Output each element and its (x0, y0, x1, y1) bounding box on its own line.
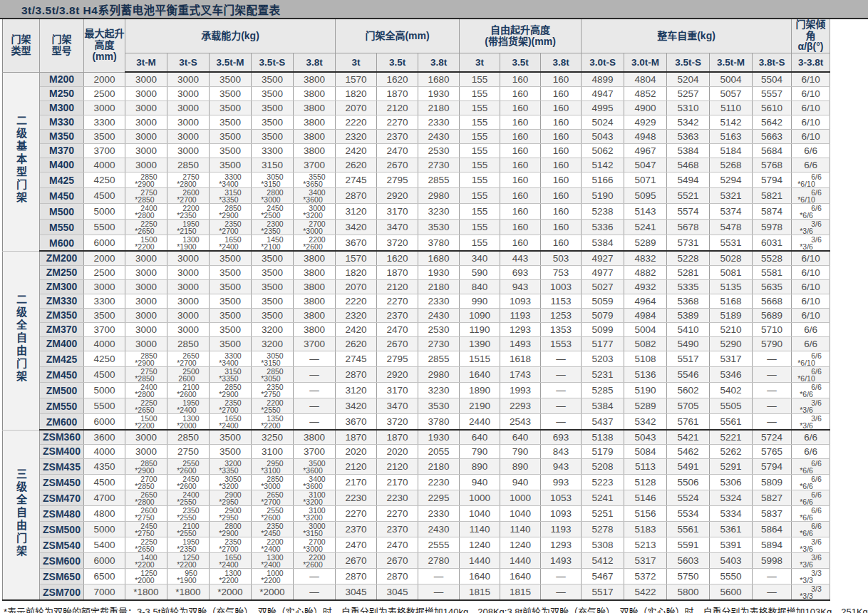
value-cell: 943 (541, 459, 582, 475)
value-cell: 3000 (125, 251, 167, 266)
value-cell: 1950*2150 (167, 220, 210, 235)
value-cell: 2400*2800 (125, 204, 167, 220)
value-cell: 3500 (252, 87, 294, 101)
value-cell: 5166 (582, 172, 624, 188)
value-cell: 155 (460, 130, 500, 144)
table-row: ZSM45045002700*28502450*26003050*3200285… (3, 475, 830, 490)
value-cell: 6/6 (792, 323, 830, 337)
value-cell: 940 (500, 475, 541, 490)
table-row: 二级基本型门架M20020003000300035003500380015701… (3, 72, 830, 87)
value-cell: 3000 (167, 101, 210, 115)
value-cell: 4000 (84, 158, 125, 172)
table-row: M350350030003000350035003800232023702430… (3, 130, 830, 144)
value-cell: 5213 (624, 537, 667, 553)
value-cell: — (541, 367, 582, 383)
value-cell: 2470 (377, 323, 418, 337)
value-cell: 2950*3100 (252, 459, 294, 475)
value-cell: 3500 (210, 323, 252, 337)
value-cell: 2670 (336, 553, 377, 569)
value-cell: 1040 (460, 506, 500, 522)
value-cell: 1400*2200 (125, 553, 167, 569)
value-cell: 1515 (460, 351, 500, 367)
value-cell: 4977 (582, 266, 624, 280)
value-cell: 2370 (377, 522, 418, 537)
value-cell: 2430 (418, 309, 460, 323)
value-cell: 5517 (667, 351, 710, 367)
value-cell: 3500 (252, 294, 294, 309)
subheader: 3.0t-M (624, 53, 667, 73)
value-cell: 2330 (418, 294, 460, 309)
value-cell: 3100*3200 (294, 506, 336, 522)
value-cell: 2220 (336, 115, 377, 130)
value-cell: 2180 (418, 280, 460, 294)
value-cell: 2120 (377, 101, 418, 115)
value-cell: 5278 (582, 522, 624, 537)
value-cell: 155 (460, 172, 500, 188)
value-cell: 5099 (582, 323, 624, 337)
value-cell: 5768 (753, 158, 792, 172)
value-cell: 5210 (710, 323, 753, 337)
value-cell: 1870 (377, 430, 418, 445)
value-cell: 5765 (753, 445, 792, 459)
value-cell: 5000 (84, 522, 125, 537)
value-cell: 3000 (167, 294, 210, 309)
value-cell: 2850*3050 (252, 367, 294, 383)
value-cell: 2400*2800 (125, 383, 167, 398)
value-cell: 3720 (377, 235, 418, 252)
value-cell: 1153 (541, 294, 582, 309)
mast-model: ZSM480 (40, 506, 84, 522)
value-cell: 5241 (582, 490, 624, 506)
value-cell: 5384 (582, 235, 624, 252)
value-cell: 2070 (336, 280, 377, 294)
value-cell: 2620 (336, 337, 377, 351)
value-cell: 6/10 (792, 72, 830, 87)
value-cell: 3470 (377, 398, 418, 414)
value-cell: 5321 (710, 188, 753, 204)
value-cell: 5223 (582, 475, 624, 490)
mast-model: ZM350 (40, 309, 84, 323)
value-cell: 5372 (624, 569, 667, 584)
footnote-line: *表示前轮为双胎的额定载重量；3-3.5t前轮为双胎（充气胎）、双胎（实心胎）时… (4, 606, 868, 613)
table-body: 二级基本型门架M20020003000300035003500380015701… (3, 72, 830, 600)
value-cell: 640 (460, 430, 500, 445)
value-cell: 155 (460, 204, 500, 220)
value-cell: 5062 (582, 144, 624, 158)
value-cell: 1650*2400 (210, 553, 252, 569)
value-cell: 890 (460, 459, 500, 475)
value-cell: 5184 (710, 144, 753, 158)
value-cell: 2170 (377, 475, 418, 490)
subheader: 3.8t-S (753, 53, 792, 73)
value-cell: 160 (541, 158, 582, 172)
value-cell: 2870 (336, 367, 377, 383)
value-cell: 3800 (294, 72, 336, 87)
table-row: M60060001500*22001300*19001650*24001450*… (3, 235, 830, 252)
value-cell: 5059 (582, 294, 624, 309)
value-cell: 3800 (294, 323, 336, 337)
value-cell: 3000 (167, 266, 210, 280)
value-cell: 2440 (460, 414, 500, 431)
value-cell: 1820 (336, 266, 377, 280)
value-cell: 1500*2200 (125, 235, 167, 252)
value-cell: 3120 (336, 383, 377, 398)
value-cell: 5591 (667, 537, 710, 553)
value-cell: 2170 (336, 475, 377, 490)
mast-model: ZM250 (40, 266, 84, 280)
mast-model: ZM400 (40, 337, 84, 351)
value-cell: 5750 (667, 569, 710, 584)
value-cell: 2190 (460, 398, 500, 414)
col-header-truck-weight: 整车自重(kg) (582, 19, 792, 53)
value-cell: 1930 (418, 266, 460, 280)
table-row: ZM35035003000300035003500380023202370243… (3, 309, 830, 323)
value-cell: 5635 (753, 280, 792, 294)
table-row: ZSM4004000300027503500310037002020202020… (3, 445, 830, 459)
value-cell: 2920 (377, 367, 418, 383)
subheader: 3.5t-S (667, 53, 710, 73)
value-cell: 155 (460, 188, 500, 204)
group-label-text: 二级全自由门架 (16, 294, 26, 383)
value-cell: 1040 (500, 506, 541, 522)
value-cell: 1193 (541, 522, 582, 537)
value-cell: 3800 (294, 266, 336, 280)
value-cell: 3230 (418, 383, 460, 398)
value-cell: 3100 (252, 445, 294, 459)
value-cell: 3300 (84, 294, 125, 309)
